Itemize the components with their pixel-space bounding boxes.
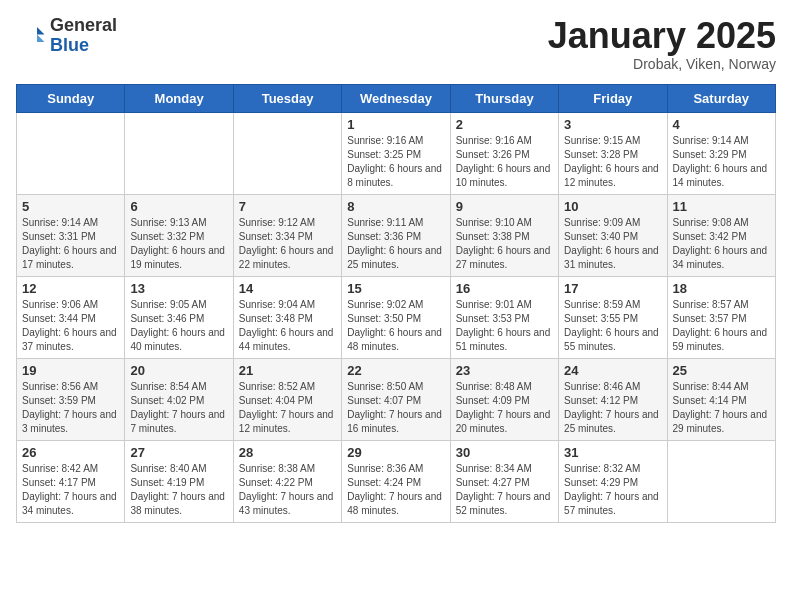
day-number: 21: [239, 363, 336, 378]
weekday-header: Thursday: [450, 84, 558, 112]
day-info: Sunrise: 8:38 AM Sunset: 4:22 PM Dayligh…: [239, 462, 336, 518]
day-info: Sunrise: 8:57 AM Sunset: 3:57 PM Dayligh…: [673, 298, 770, 354]
calendar-cell: 20Sunrise: 8:54 AM Sunset: 4:02 PM Dayli…: [125, 358, 233, 440]
day-info: Sunrise: 9:12 AM Sunset: 3:34 PM Dayligh…: [239, 216, 336, 272]
calendar-cell: [667, 440, 775, 522]
calendar-cell: [17, 112, 125, 194]
weekday-header: Monday: [125, 84, 233, 112]
day-number: 24: [564, 363, 661, 378]
day-number: 3: [564, 117, 661, 132]
weekday-header: Friday: [559, 84, 667, 112]
calendar-cell: 27Sunrise: 8:40 AM Sunset: 4:19 PM Dayli…: [125, 440, 233, 522]
day-info: Sunrise: 8:52 AM Sunset: 4:04 PM Dayligh…: [239, 380, 336, 436]
day-number: 11: [673, 199, 770, 214]
calendar-cell: 17Sunrise: 8:59 AM Sunset: 3:55 PM Dayli…: [559, 276, 667, 358]
calendar-cell: 10Sunrise: 9:09 AM Sunset: 3:40 PM Dayli…: [559, 194, 667, 276]
day-info: Sunrise: 9:02 AM Sunset: 3:50 PM Dayligh…: [347, 298, 444, 354]
day-number: 26: [22, 445, 119, 460]
calendar-cell: 1Sunrise: 9:16 AM Sunset: 3:25 PM Daylig…: [342, 112, 450, 194]
day-info: Sunrise: 9:11 AM Sunset: 3:36 PM Dayligh…: [347, 216, 444, 272]
calendar-cell: 8Sunrise: 9:11 AM Sunset: 3:36 PM Daylig…: [342, 194, 450, 276]
calendar-cell: 25Sunrise: 8:44 AM Sunset: 4:14 PM Dayli…: [667, 358, 775, 440]
day-info: Sunrise: 9:13 AM Sunset: 3:32 PM Dayligh…: [130, 216, 227, 272]
day-number: 23: [456, 363, 553, 378]
day-number: 16: [456, 281, 553, 296]
day-info: Sunrise: 9:15 AM Sunset: 3:28 PM Dayligh…: [564, 134, 661, 190]
logo-general: General: [50, 16, 117, 36]
month-title: January 2025: [548, 16, 776, 56]
day-number: 7: [239, 199, 336, 214]
day-number: 18: [673, 281, 770, 296]
calendar-cell: 29Sunrise: 8:36 AM Sunset: 4:24 PM Dayli…: [342, 440, 450, 522]
calendar-body: 1Sunrise: 9:16 AM Sunset: 3:25 PM Daylig…: [17, 112, 776, 522]
calendar-cell: 12Sunrise: 9:06 AM Sunset: 3:44 PM Dayli…: [17, 276, 125, 358]
day-info: Sunrise: 9:10 AM Sunset: 3:38 PM Dayligh…: [456, 216, 553, 272]
day-number: 1: [347, 117, 444, 132]
day-info: Sunrise: 8:48 AM Sunset: 4:09 PM Dayligh…: [456, 380, 553, 436]
calendar-cell: 3Sunrise: 9:15 AM Sunset: 3:28 PM Daylig…: [559, 112, 667, 194]
calendar-cell: 7Sunrise: 9:12 AM Sunset: 3:34 PM Daylig…: [233, 194, 341, 276]
day-info: Sunrise: 8:42 AM Sunset: 4:17 PM Dayligh…: [22, 462, 119, 518]
svg-marker-1: [37, 34, 45, 42]
calendar-cell: 26Sunrise: 8:42 AM Sunset: 4:17 PM Dayli…: [17, 440, 125, 522]
day-number: 4: [673, 117, 770, 132]
day-info: Sunrise: 8:40 AM Sunset: 4:19 PM Dayligh…: [130, 462, 227, 518]
day-number: 9: [456, 199, 553, 214]
day-number: 31: [564, 445, 661, 460]
day-number: 25: [673, 363, 770, 378]
calendar-cell: 2Sunrise: 9:16 AM Sunset: 3:26 PM Daylig…: [450, 112, 558, 194]
day-number: 29: [347, 445, 444, 460]
day-number: 27: [130, 445, 227, 460]
day-info: Sunrise: 8:50 AM Sunset: 4:07 PM Dayligh…: [347, 380, 444, 436]
day-info: Sunrise: 8:54 AM Sunset: 4:02 PM Dayligh…: [130, 380, 227, 436]
day-number: 10: [564, 199, 661, 214]
day-number: 12: [22, 281, 119, 296]
day-info: Sunrise: 9:14 AM Sunset: 3:31 PM Dayligh…: [22, 216, 119, 272]
day-number: 15: [347, 281, 444, 296]
day-info: Sunrise: 8:44 AM Sunset: 4:14 PM Dayligh…: [673, 380, 770, 436]
day-number: 28: [239, 445, 336, 460]
calendar-cell: 6Sunrise: 9:13 AM Sunset: 3:32 PM Daylig…: [125, 194, 233, 276]
day-number: 17: [564, 281, 661, 296]
day-number: 6: [130, 199, 227, 214]
day-info: Sunrise: 8:56 AM Sunset: 3:59 PM Dayligh…: [22, 380, 119, 436]
logo-blue: Blue: [50, 36, 117, 56]
calendar-cell: 14Sunrise: 9:04 AM Sunset: 3:48 PM Dayli…: [233, 276, 341, 358]
calendar-cell: 16Sunrise: 9:01 AM Sunset: 3:53 PM Dayli…: [450, 276, 558, 358]
calendar-cell: 4Sunrise: 9:14 AM Sunset: 3:29 PM Daylig…: [667, 112, 775, 194]
calendar-cell: 23Sunrise: 8:48 AM Sunset: 4:09 PM Dayli…: [450, 358, 558, 440]
calendar-cell: 19Sunrise: 8:56 AM Sunset: 3:59 PM Dayli…: [17, 358, 125, 440]
calendar-cell: 21Sunrise: 8:52 AM Sunset: 4:04 PM Dayli…: [233, 358, 341, 440]
calendar-cell: 31Sunrise: 8:32 AM Sunset: 4:29 PM Dayli…: [559, 440, 667, 522]
day-info: Sunrise: 8:46 AM Sunset: 4:12 PM Dayligh…: [564, 380, 661, 436]
day-info: Sunrise: 9:06 AM Sunset: 3:44 PM Dayligh…: [22, 298, 119, 354]
logo-text: General Blue: [50, 16, 117, 56]
day-number: 5: [22, 199, 119, 214]
day-info: Sunrise: 9:16 AM Sunset: 3:25 PM Dayligh…: [347, 134, 444, 190]
day-number: 14: [239, 281, 336, 296]
location: Drobak, Viken, Norway: [548, 56, 776, 72]
day-info: Sunrise: 8:36 AM Sunset: 4:24 PM Dayligh…: [347, 462, 444, 518]
weekday-header: Saturday: [667, 84, 775, 112]
calendar-week-row: 1Sunrise: 9:16 AM Sunset: 3:25 PM Daylig…: [17, 112, 776, 194]
day-number: 30: [456, 445, 553, 460]
logo-icon: [16, 21, 46, 51]
day-info: Sunrise: 8:59 AM Sunset: 3:55 PM Dayligh…: [564, 298, 661, 354]
logo: General Blue: [16, 16, 117, 56]
calendar-week-row: 12Sunrise: 9:06 AM Sunset: 3:44 PM Dayli…: [17, 276, 776, 358]
day-number: 8: [347, 199, 444, 214]
calendar-cell: 13Sunrise: 9:05 AM Sunset: 3:46 PM Dayli…: [125, 276, 233, 358]
day-number: 22: [347, 363, 444, 378]
day-number: 19: [22, 363, 119, 378]
day-info: Sunrise: 9:05 AM Sunset: 3:46 PM Dayligh…: [130, 298, 227, 354]
weekday-header: Sunday: [17, 84, 125, 112]
day-info: Sunrise: 9:08 AM Sunset: 3:42 PM Dayligh…: [673, 216, 770, 272]
calendar-header: SundayMondayTuesdayWednesdayThursdayFrid…: [17, 84, 776, 112]
day-info: Sunrise: 9:14 AM Sunset: 3:29 PM Dayligh…: [673, 134, 770, 190]
calendar-cell: 11Sunrise: 9:08 AM Sunset: 3:42 PM Dayli…: [667, 194, 775, 276]
calendar-cell: [125, 112, 233, 194]
day-info: Sunrise: 8:34 AM Sunset: 4:27 PM Dayligh…: [456, 462, 553, 518]
calendar-table: SundayMondayTuesdayWednesdayThursdayFrid…: [16, 84, 776, 523]
calendar-cell: 22Sunrise: 8:50 AM Sunset: 4:07 PM Dayli…: [342, 358, 450, 440]
calendar-cell: 9Sunrise: 9:10 AM Sunset: 3:38 PM Daylig…: [450, 194, 558, 276]
